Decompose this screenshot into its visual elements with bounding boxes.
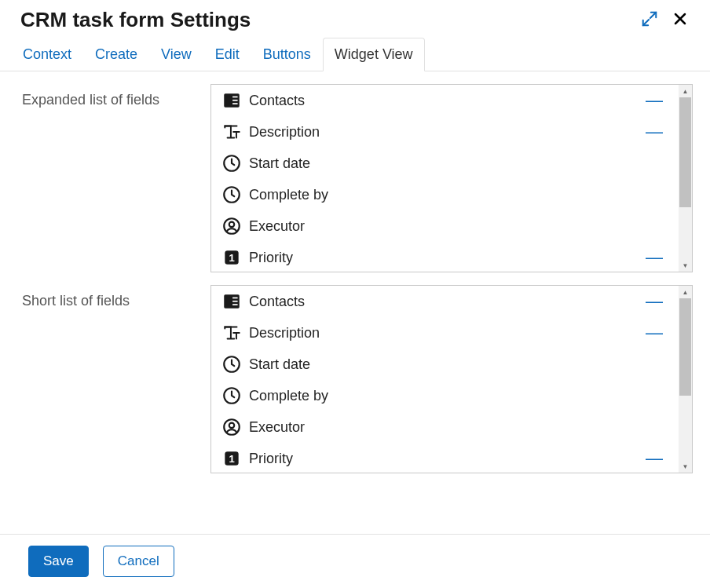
scroll-arrow-up-icon[interactable]: ▲ [679,286,692,298]
svg-point-7 [229,222,235,228]
priority-icon: 1 [221,247,243,268]
field-label: Executor [249,218,669,235]
close-icon[interactable] [671,9,690,31]
section-label-short: Short list of fields [22,285,210,309]
priority-icon: 1 [221,447,243,469]
field-list-body: Contacts—Description—Start dateComplete … [211,85,679,272]
svg-rect-11 [232,298,238,299]
tab-create[interactable]: Create [83,38,149,71]
header-actions [641,9,690,31]
text-icon [221,322,243,344]
save-button[interactable]: Save [28,546,89,577]
contacts-icon [221,290,243,312]
expanded-field-list: Contacts—Description—Start dateComplete … [210,84,693,272]
scroll-arrow-down-icon[interactable]: ▼ [679,259,692,272]
field-row[interactable]: Contacts— [211,286,679,317]
tab-edit[interactable]: Edit [203,38,251,71]
scroll-track-area[interactable] [679,97,692,259]
section-short-fields: Short list of fields Contacts—Descriptio… [22,285,693,473]
svg-point-17 [229,423,235,429]
field-label: Priority [249,451,639,467]
svg-rect-2 [232,100,238,101]
remove-field-icon[interactable]: — [639,293,669,310]
scrollbar[interactable]: ▲ ▼ [679,85,692,272]
field-row[interactable]: Description— [211,116,679,148]
scrollbar[interactable]: ▲ ▼ [679,286,692,473]
field-label: Priority [249,250,639,266]
dialog-title: CRM task form Settings [20,8,251,32]
tab-context[interactable]: Context [11,38,83,71]
scroll-arrow-down-icon[interactable]: ▼ [679,460,692,473]
settings-content: Expanded list of fields Contacts—Descrip… [0,71,710,473]
field-label: Executor [249,419,669,436]
clock-icon [221,353,243,375]
field-label: Description [249,124,639,141]
field-label: Contacts [249,294,639,310]
scroll-thumb[interactable] [679,298,691,396]
svg-text:1: 1 [229,453,234,465]
scroll-arrow-up-icon[interactable]: ▲ [679,85,692,97]
field-label: Complete by [249,388,669,404]
field-row[interactable]: Executor [211,411,679,443]
clock-icon [221,184,243,206]
clock-icon [221,152,243,174]
scroll-track-area[interactable] [679,298,692,460]
field-row[interactable]: Start date [211,148,679,179]
contacts-icon [221,89,243,111]
remove-field-icon[interactable]: — [639,123,669,141]
field-row[interactable]: Complete by [211,179,679,210]
section-label-expanded: Expanded list of fields [22,84,210,108]
field-row[interactable]: Description— [211,317,679,349]
field-label: Description [249,325,639,341]
svg-text:1: 1 [229,252,234,264]
clock-icon [221,385,243,407]
tab-buttons[interactable]: Buttons [251,38,323,71]
field-row[interactable]: 1Priority— [211,242,679,272]
text-icon [221,121,243,143]
remove-field-icon[interactable]: — [639,92,669,109]
field-label: Start date [249,356,669,373]
dialog-header: CRM task form Settings [0,0,710,37]
field-label: Contacts [249,93,639,109]
remove-field-icon[interactable]: — [639,450,669,467]
field-row[interactable]: Executor [211,210,679,242]
dialog-footer: Save Cancel [0,534,710,588]
svg-rect-13 [232,304,238,305]
svg-rect-3 [232,103,238,104]
tab-bar: ContextCreateViewEditButtonsWidget View [0,37,710,71]
cancel-button[interactable]: Cancel [103,546,174,577]
svg-rect-1 [232,97,238,98]
field-row[interactable]: Contacts— [211,85,679,116]
tab-view[interactable]: View [149,38,203,71]
field-label: Start date [249,155,669,172]
field-label: Complete by [249,187,669,203]
field-list-body: Contacts—Description—Start dateComplete … [211,286,679,473]
remove-field-icon[interactable]: — [639,249,669,266]
field-row[interactable]: Complete by [211,380,679,411]
section-expanded-fields: Expanded list of fields Contacts—Descrip… [22,84,693,272]
person-icon [221,416,243,438]
tab-widget[interactable]: Widget View [323,38,425,71]
svg-rect-12 [232,301,238,302]
scroll-thumb[interactable] [679,97,691,207]
expand-icon[interactable] [641,10,658,31]
field-row[interactable]: Start date [211,349,679,380]
short-field-list: Contacts—Description—Start dateComplete … [210,285,693,473]
field-row[interactable]: 1Priority— [211,443,679,473]
remove-field-icon[interactable]: — [639,324,669,341]
person-icon [221,215,243,237]
